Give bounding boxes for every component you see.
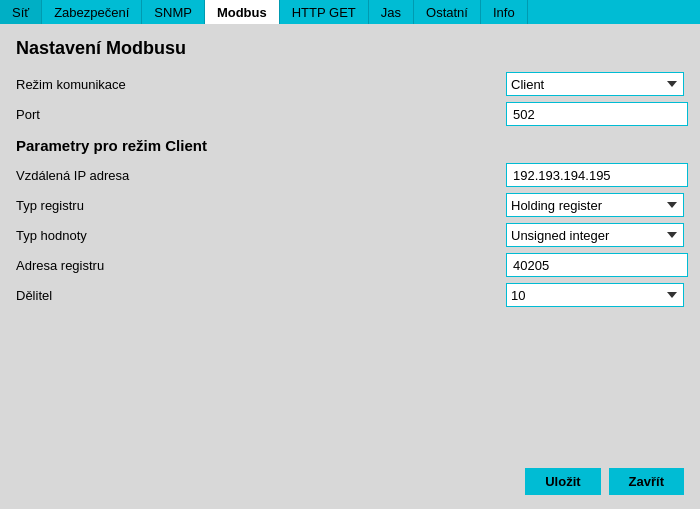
label-adresa-registru: Adresa registru	[16, 258, 506, 273]
label-vzdal-ip: Vzdálená IP adresa	[16, 168, 506, 183]
field-row-typ-registru: Typ registru Holding register Input regi…	[16, 192, 684, 218]
select-delitel[interactable]: 1 10 100 1000	[506, 283, 684, 307]
tab-http-get[interactable]: HTTP GET	[280, 0, 369, 24]
select-rezim-komunikace[interactable]: Client Server	[506, 72, 684, 96]
close-button[interactable]: Zavřít	[609, 468, 684, 495]
field-row-delitel: Dělitel 1 10 100 1000	[16, 282, 684, 308]
input-vzdal-ip[interactable]	[506, 163, 688, 187]
save-button[interactable]: Uložit	[525, 468, 600, 495]
tab-modbus[interactable]: Modbus	[205, 0, 280, 24]
section-title-client: Parametry pro režim Client	[16, 137, 684, 154]
field-row-typ-hodnoty: Typ hodnoty Unsigned integer Signed inte…	[16, 222, 684, 248]
tab-zabezpeceni[interactable]: Zabezpečení	[42, 0, 142, 24]
bottom-buttons: Uložit Zavřít	[525, 468, 684, 495]
main-content: Nastavení Modbusu Režim komunikace Clien…	[0, 24, 700, 509]
select-typ-registru[interactable]: Holding register Input register Coil Dis…	[506, 193, 684, 217]
field-row-port: Port	[16, 101, 684, 127]
tab-bar: SíťZabezpečeníSNMPModbusHTTP GETJasOstat…	[0, 0, 700, 24]
input-adresa-registru[interactable]	[506, 253, 688, 277]
label-typ-hodnoty: Typ hodnoty	[16, 228, 506, 243]
select-typ-hodnoty[interactable]: Unsigned integer Signed integer Float	[506, 223, 684, 247]
tab-sit[interactable]: Síť	[0, 0, 42, 24]
tab-info[interactable]: Info	[481, 0, 528, 24]
label-port: Port	[16, 107, 506, 122]
field-row-vzdal-ip: Vzdálená IP adresa	[16, 162, 684, 188]
field-row-adresa-registru: Adresa registru	[16, 252, 684, 278]
input-port[interactable]	[506, 102, 688, 126]
label-delitel: Dělitel	[16, 288, 506, 303]
label-rezim-komunikace: Režim komunikace	[16, 77, 506, 92]
tab-snmp[interactable]: SNMP	[142, 0, 205, 24]
tab-ostatni[interactable]: Ostatní	[414, 0, 481, 24]
field-row-rezim-komunikace: Režim komunikace Client Server	[16, 71, 684, 97]
label-typ-registru: Typ registru	[16, 198, 506, 213]
page-title: Nastavení Modbusu	[16, 38, 684, 59]
tab-jas[interactable]: Jas	[369, 0, 414, 24]
